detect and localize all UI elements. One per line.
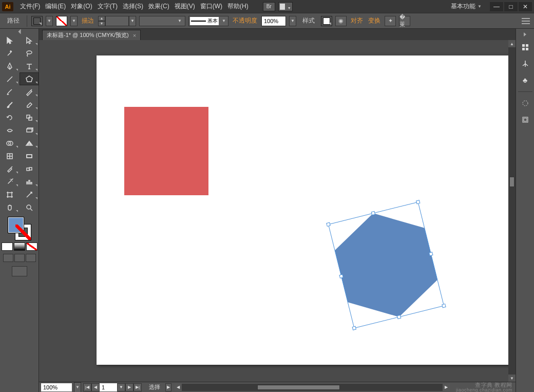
paintbrush-tool[interactable] — [0, 85, 20, 98]
document-tab[interactable]: 未标题-1* @ 100% (CMYK/预览) × — [42, 30, 141, 40]
free-transform-tool[interactable] — [20, 124, 39, 137]
column-graph-tool[interactable] — [20, 175, 39, 188]
symbol-sprayer-tool[interactable] — [0, 175, 20, 188]
scroll-thumb[interactable] — [509, 177, 514, 187]
opacity-label[interactable]: 不透明度 — [232, 16, 258, 25]
stroke-weight-value[interactable] — [105, 16, 129, 26]
prev-artboard-button[interactable]: ◀ — [91, 383, 100, 391]
status-flyout-button[interactable]: ▶ — [165, 383, 171, 391]
width-tool[interactable] — [0, 124, 20, 137]
recolor-artwork-button[interactable]: ◉ — [335, 16, 347, 26]
brushes-panel-icon[interactable] — [519, 97, 531, 109]
shape-builder-tool[interactable] — [0, 137, 20, 150]
zoom-level-field[interactable]: 100% — [41, 383, 72, 391]
eyedropper-tool[interactable] — [0, 162, 20, 175]
fill-swatch[interactable] — [31, 16, 43, 26]
mesh-tool[interactable] — [0, 150, 20, 162]
menu-type[interactable]: 文字(T) — [95, 0, 120, 13]
screen-mode-button[interactable] — [12, 266, 27, 276]
brush-definition[interactable]: 基本 ▼ — [188, 16, 228, 26]
selection-handle[interactable] — [397, 315, 401, 319]
magic-wand-tool[interactable] — [0, 47, 20, 60]
stroke-swatch-none[interactable] — [56, 16, 67, 26]
scroll-up-icon[interactable]: ▲ — [508, 40, 516, 47]
scale-tool[interactable] — [20, 111, 39, 124]
vertical-scrollbar[interactable]: ▲ ▼ — [508, 40, 516, 382]
none-mode-button[interactable] — [26, 242, 37, 251]
scroll-right-icon[interactable]: ▶ — [443, 384, 450, 391]
zoom-tool[interactable] — [20, 201, 39, 214]
lasso-tool[interactable] — [20, 47, 39, 60]
stroke-weight-field[interactable]: ▲▼ ▼ — [98, 16, 136, 26]
red-rectangle-shape[interactable] — [124, 107, 208, 195]
line-tool[interactable] — [0, 72, 20, 85]
hexagon-selection-group[interactable] — [326, 202, 447, 313]
selection-handle[interactable] — [442, 304, 446, 308]
artboard-dropdown[interactable]: ▼ — [117, 383, 125, 391]
selection-handle[interactable] — [352, 326, 356, 330]
blend-tool[interactable] — [20, 162, 39, 175]
type-tool[interactable] — [20, 60, 39, 72]
blob-brush-tool[interactable] — [0, 98, 20, 111]
isolate-button[interactable]: ✦ — [385, 16, 396, 26]
rotate-tool[interactable] — [0, 111, 20, 124]
fill-stroke-proxy[interactable] — [8, 217, 31, 240]
stroke-proxy-icon[interactable] — [15, 224, 31, 240]
selection-handle[interactable] — [371, 211, 375, 215]
menu-help[interactable]: 帮助(H) — [225, 0, 251, 13]
opacity-dropdown[interactable]: ▼ — [289, 16, 296, 26]
style-swatch[interactable] — [321, 16, 332, 26]
transform-label[interactable]: 变换 — [367, 16, 382, 25]
maximize-button[interactable]: □ — [504, 2, 518, 11]
gradient-mode-button[interactable] — [14, 242, 25, 251]
eraser-tool[interactable] — [20, 98, 39, 111]
horizontal-scrollbar[interactable]: ◀ ▶ — [175, 384, 450, 391]
menu-window[interactable]: 窗口(W) — [198, 0, 225, 13]
draw-inside-button[interactable] — [26, 254, 36, 262]
slice-tool[interactable] — [20, 188, 39, 201]
perspective-grid-tool[interactable] — [20, 137, 39, 150]
selection-handle[interactable] — [429, 252, 433, 256]
first-artboard-button[interactable]: |◀ — [83, 383, 91, 391]
selection-handle[interactable] — [327, 222, 330, 226]
hscroll-thumb[interactable] — [257, 385, 340, 390]
swatches-panel-icon[interactable]: ♣ — [519, 74, 531, 86]
symbols-panel-icon[interactable] — [519, 114, 531, 126]
last-artboard-button[interactable]: ▶| — [134, 383, 142, 391]
next-artboard-button[interactable]: ▶ — [125, 383, 134, 391]
direct-selection-tool[interactable] — [20, 34, 39, 47]
minimize-button[interactable]: — — [490, 2, 503, 11]
workspace-switcher[interactable]: 基本功能 ▼ — [447, 2, 486, 11]
menu-edit[interactable]: 编辑(E) — [43, 0, 68, 13]
polygon-tool[interactable] — [20, 72, 39, 85]
color-panel-icon[interactable] — [519, 41, 531, 53]
color-guide-panel-icon[interactable] — [519, 58, 531, 70]
selection-tool[interactable] — [0, 34, 20, 47]
tool-panel-collapse[interactable] — [0, 29, 39, 34]
scroll-left-icon[interactable]: ◀ — [175, 384, 182, 391]
artboard-number-field[interactable]: 1 — [100, 383, 117, 391]
draw-behind-button[interactable] — [14, 254, 25, 262]
close-button[interactable]: ✕ — [519, 2, 532, 11]
stroke-label[interactable]: 描边 — [81, 16, 95, 25]
tab-close-icon[interactable]: × — [133, 32, 136, 39]
menu-effect[interactable]: 效果(C) — [146, 0, 172, 13]
opacity-value[interactable]: 100% — [261, 16, 286, 26]
scroll-down-icon[interactable]: ▼ — [508, 375, 516, 382]
canvas-viewport[interactable]: ▲ ▼ — [39, 40, 516, 382]
arrange-documents-button[interactable]: ▼ — [278, 2, 293, 11]
right-panel-collapse[interactable] — [516, 32, 534, 37]
fill-dropdown[interactable]: ▼ — [46, 16, 53, 26]
draw-normal-button[interactable] — [3, 254, 13, 262]
hexagon-shape[interactable] — [329, 202, 444, 328]
stroke-dropdown[interactable]: ▼ — [70, 16, 78, 26]
options-flyout-icon[interactable] — [522, 17, 530, 25]
menu-view[interactable]: 视图(V) — [172, 0, 198, 13]
artboard-tool[interactable] — [0, 188, 20, 201]
selection-handle[interactable] — [416, 200, 420, 204]
bridge-button[interactable]: Br — [263, 2, 275, 11]
gradient-tool[interactable] — [20, 150, 39, 162]
artboard[interactable] — [97, 55, 516, 365]
zoom-dropdown[interactable]: ▼ — [74, 382, 81, 393]
selection-handle[interactable] — [339, 274, 343, 278]
